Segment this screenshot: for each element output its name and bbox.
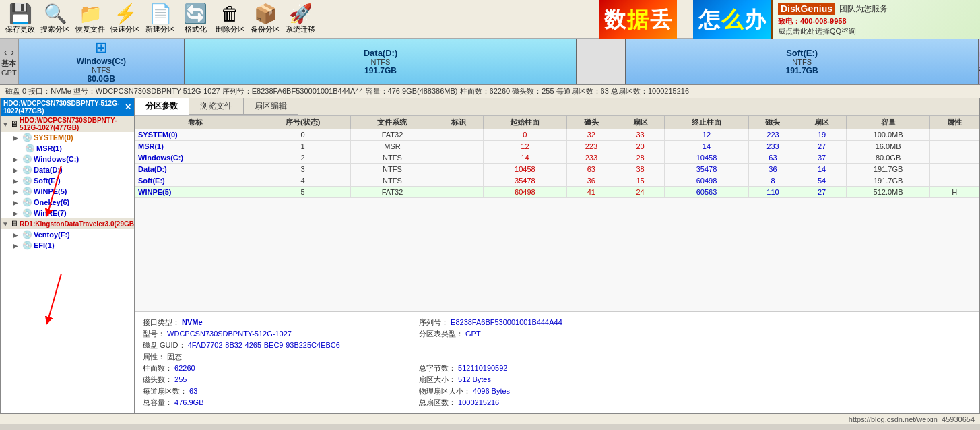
svg-line-1 bbox=[48, 274, 61, 321]
table-row[interactable]: Soft(E:) 4 NTFS 35478 36 15 60498 8 54 1… bbox=[135, 175, 979, 187]
tree-expand-datad[interactable]: ▶ bbox=[13, 166, 21, 174]
tab-sector-edit[interactable]: 扇区编辑 bbox=[244, 98, 298, 115]
ad-qq[interactable]: 威点击此处选择QQ咨询 bbox=[778, 26, 975, 36]
detail-cylinders-label: 柱面数： bbox=[143, 364, 172, 372]
cell-end-sec: 19 bbox=[797, 129, 847, 141]
cell-seq: 1 bbox=[255, 141, 350, 152]
cell-size: 100.0MB bbox=[846, 129, 929, 141]
format-icon: 🔄 bbox=[184, 5, 207, 24]
cell-attr: H bbox=[930, 187, 979, 198]
toolbar-new[interactable]: 📄 新建分区 bbox=[145, 5, 175, 34]
tab-browse-files[interactable]: 浏览文件 bbox=[189, 98, 244, 115]
tree-windowsc-label: Windows(C:) bbox=[34, 155, 79, 163]
cell-name[interactable]: Soft(E:) bbox=[135, 175, 255, 187]
cell-start-sec: 33 bbox=[616, 129, 665, 141]
detail-disk-guid: 磁盘 GUID： 4FAD7702-8B32-4265-BEC9-93B225C… bbox=[143, 340, 695, 350]
toolbar-format[interactable]: 🔄 格式化 bbox=[181, 5, 210, 34]
detail-serial-label: 序列号： bbox=[419, 318, 449, 326]
detail-total-sectors: 总扇区数： 1000215216 bbox=[419, 398, 695, 408]
tree-item-datad[interactable]: ▶ 💿 Data(D:) bbox=[11, 164, 134, 175]
nav-right-arrow[interactable]: › bbox=[11, 47, 14, 57]
tree-item-windowsc[interactable]: ▶ 💿 Windows(C:) bbox=[11, 154, 134, 164]
detail-total-bytes-value: 512110190592 bbox=[458, 364, 507, 372]
tree-item-winre7[interactable]: ▶ 💿 WinRE(7) bbox=[11, 208, 134, 218]
cell-name[interactable]: SYSTEM(0) bbox=[135, 129, 255, 141]
cell-name[interactable]: WINPE(5) bbox=[135, 187, 255, 198]
cell-seq: 0 bbox=[255, 129, 350, 141]
tree-item-disk0[interactable]: ▼ 🖥 HDO:WDCPCSN730SDBPNTY-512G-1027(477G… bbox=[1, 116, 134, 132]
tree-expand-efi1[interactable]: ▶ bbox=[13, 242, 21, 249]
toolbar-quick[interactable]: ⚡ 快速分区 bbox=[110, 5, 140, 34]
cell-start-head: 223 bbox=[567, 141, 616, 152]
cell-seq: 3 bbox=[255, 164, 350, 175]
tree-expand-windowsc[interactable]: ▶ bbox=[13, 156, 21, 163]
cell-start-cyl: 35478 bbox=[483, 175, 566, 187]
cell-end-head: 36 bbox=[748, 164, 797, 175]
table-row[interactable]: SYSTEM(0) 0 FAT32 0 32 33 12 223 19 100.… bbox=[135, 129, 979, 141]
toolbar-recover-label: 恢复文件 bbox=[75, 24, 105, 34]
partition-empty[interactable] bbox=[577, 39, 626, 84]
part-windows-fs: NTFS bbox=[92, 66, 111, 74]
tree-part-icon-efi1: 💿 bbox=[22, 241, 32, 250]
toolbar-recover[interactable]: 📁 恢复文件 bbox=[75, 5, 105, 34]
toolbar-backup[interactable]: 📦 备份分区 bbox=[251, 5, 280, 34]
detail-model-value: WDCPCSN730SDBPNTY-512G-1027 bbox=[167, 330, 292, 338]
table-row[interactable]: WINPE(5) 5 FAT32 60498 41 24 60563 110 2… bbox=[135, 187, 979, 198]
recover-icon: 📁 bbox=[79, 5, 102, 24]
cell-start-sec: 28 bbox=[616, 152, 665, 164]
tree-item-softe[interactable]: ▶ 💿 Soft(E:) bbox=[11, 175, 134, 186]
detail-heads-value: 255 bbox=[174, 375, 187, 383]
detail-attr-label: 属性： bbox=[143, 352, 165, 361]
partition-soft-e[interactable]: Soft(E:) NTFS 191.7GB bbox=[626, 39, 979, 84]
tree-expand-ventoyf[interactable]: ▶ bbox=[13, 231, 21, 239]
cell-size: 512.0MB bbox=[846, 187, 929, 198]
toolbar-delete[interactable]: 🗑 删除分区 bbox=[216, 5, 245, 34]
tree-item-ventoyf[interactable]: ▶ 💿 Ventoy(F:) bbox=[11, 229, 134, 240]
tree-part-icon-datad: 💿 bbox=[22, 165, 32, 175]
toolbar-migrate[interactable]: 🚀 系统迁移 bbox=[286, 5, 315, 34]
cell-id bbox=[434, 164, 484, 175]
tree-expand-system0[interactable]: ▶ bbox=[13, 134, 21, 142]
detail-physical-sector-label: 物理扇区大小： bbox=[419, 387, 471, 395]
partition-windows-c[interactable]: ⊞ Windows(C:) NTFS 80.0GB bbox=[19, 39, 185, 84]
cell-name[interactable]: MSR(1) bbox=[135, 141, 255, 152]
tree-expand-winre7[interactable]: ▶ bbox=[13, 210, 21, 217]
arrow-overlay-2 bbox=[34, 267, 88, 350]
toolbar-save[interactable]: 💾 保存更改 bbox=[5, 5, 35, 34]
tree-item-msr1[interactable]: 💿 MSR(1) bbox=[22, 143, 134, 154]
left-panel-close-btn[interactable]: ✕ bbox=[125, 102, 131, 112]
tree-item-winpe5[interactable]: ▶ 💿 WINPE(5) bbox=[11, 186, 134, 197]
table-row[interactable]: Windows(C:) 2 NTFS 14 233 28 10458 63 37… bbox=[135, 152, 979, 164]
tree-expand-softe[interactable]: ▶ bbox=[13, 177, 21, 185]
cell-start-head: 233 bbox=[567, 152, 616, 164]
detail-heads: 磁头数： 255 bbox=[143, 375, 419, 385]
tree-rd1-children: ▶ 💿 Ventoy(F:) ▶ 💿 EFI(1) bbox=[11, 229, 134, 251]
partition-data-d[interactable]: Data(D:) NTFS 191.7GB bbox=[185, 39, 577, 84]
cell-end-sec: 14 bbox=[797, 164, 847, 175]
tree-expand-rd1[interactable]: ▼ bbox=[2, 220, 9, 228]
cell-name[interactable]: Windows(C:) bbox=[135, 152, 255, 164]
detail-total-capacity: 总容量： 476.9GB bbox=[143, 398, 419, 408]
tree-item-system0[interactable]: ▶ 💿 SYSTEM(0) bbox=[11, 132, 134, 143]
ad-phone[interactable]: 致电：400-008-9958 bbox=[778, 16, 975, 26]
detail-total-bytes-label: 总字节数： bbox=[419, 364, 456, 372]
tree-expand-disk0[interactable]: ▼ bbox=[2, 121, 9, 128]
tree-expand-winpe5[interactable]: ▶ bbox=[13, 188, 21, 195]
detail-interface-label: 接口类型： bbox=[143, 318, 180, 326]
toolbar-search[interactable]: 🔍 搜索分区 bbox=[40, 5, 70, 34]
col-start-head: 磁头 bbox=[567, 116, 616, 129]
col-id: 标识 bbox=[434, 116, 484, 129]
tree-item-efi1[interactable]: ▶ 💿 EFI(1) bbox=[11, 240, 134, 251]
table-row[interactable]: Data(D:) 3 NTFS 10458 63 38 35478 36 14 … bbox=[135, 164, 979, 175]
toolbar-migrate-label: 系统迁移 bbox=[286, 24, 315, 34]
table-row[interactable]: MSR(1) 1 MSR 12 223 20 14 233 27 16.0MB bbox=[135, 141, 979, 152]
cell-id bbox=[434, 152, 484, 164]
tab-partition-params[interactable]: 分区参数 bbox=[135, 98, 189, 115]
detail-physical-sector-value: 4096 Bytes bbox=[473, 387, 510, 395]
cell-name[interactable]: Data(D:) bbox=[135, 164, 255, 175]
detail-model: 型号： WDCPCSN730SDBPNTY-512G-1027 bbox=[143, 329, 419, 339]
tree-item-onekey6[interactable]: ▶ 💿 Onekey(6) bbox=[11, 197, 134, 208]
tree-expand-onekey6[interactable]: ▶ bbox=[13, 199, 21, 206]
tree-item-rd1[interactable]: ▼ 🖥 RD1:KingstonDataTraveler3.0(29GB) bbox=[1, 218, 134, 229]
nav-left-arrow[interactable]: ‹ bbox=[4, 47, 7, 57]
